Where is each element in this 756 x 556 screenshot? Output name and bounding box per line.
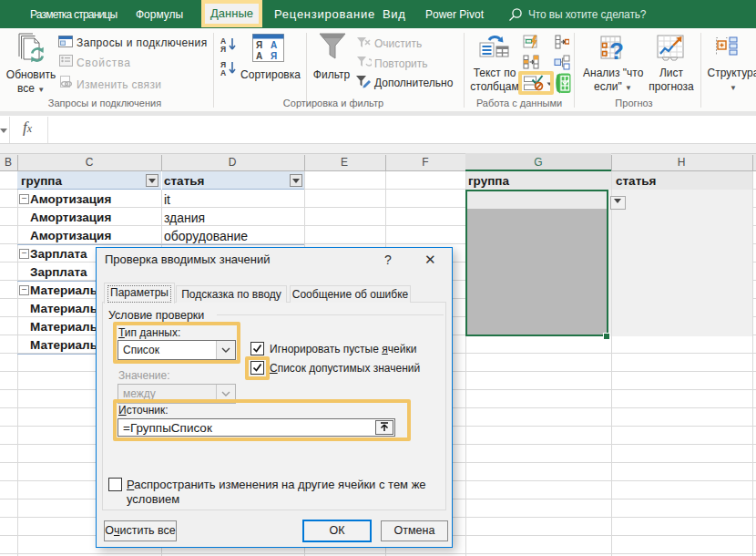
svg-text:?: ? (609, 37, 624, 64)
svg-text:Я: Я (256, 40, 262, 50)
svg-text:А: А (220, 68, 226, 77)
svg-text:Я: Я (220, 45, 226, 54)
svg-text:Я: Я (271, 51, 277, 61)
svg-text:А: А (256, 51, 262, 61)
svg-text:А: А (271, 40, 277, 50)
